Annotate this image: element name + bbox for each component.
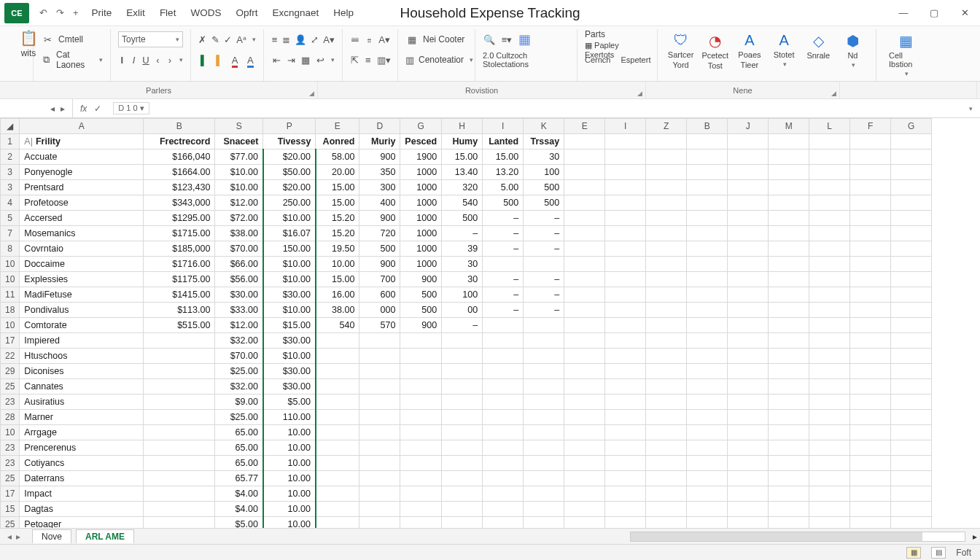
cell[interactable]: Htuschoos	[20, 349, 144, 364]
cell[interactable]	[400, 440, 442, 456]
row-header[interactable]: 23	[1, 456, 20, 471]
cell[interactable]	[769, 257, 809, 272]
tab-nav-next-icon[interactable]: ▸	[16, 532, 20, 542]
cell[interactable]: $16.07	[263, 226, 316, 241]
cell[interactable]	[316, 502, 359, 517]
cell[interactable]	[605, 149, 646, 165]
cell[interactable]	[891, 272, 932, 287]
cell[interactable]	[442, 425, 483, 440]
cell[interactable]	[687, 410, 728, 425]
cell[interactable]	[564, 410, 605, 425]
cell[interactable]: 65.00	[215, 425, 263, 440]
cell[interactable]	[524, 318, 564, 333]
cell[interactable]	[728, 502, 769, 517]
cell[interactable]: 000	[359, 303, 400, 318]
cell[interactable]	[605, 303, 646, 318]
cell[interactable]: 900	[400, 272, 442, 287]
table-icon[interactable]: ▦	[518, 33, 531, 46]
cell[interactable]: 15.00	[442, 149, 483, 165]
cell[interactable]	[144, 486, 215, 502]
cell[interactable]	[769, 195, 809, 211]
select-all-corner[interactable]: ◢	[1, 119, 20, 134]
cell[interactable]	[442, 517, 483, 529]
cell[interactable]: $1415.00	[144, 287, 215, 303]
cell[interactable]	[769, 211, 809, 226]
menu-item[interactable]: Exlit	[126, 7, 145, 18]
paste-b[interactable]: Espetert	[621, 55, 650, 64]
col-header[interactable]: J	[728, 119, 769, 134]
cell[interactable]: 150.00	[263, 241, 316, 257]
cell[interactable]	[850, 195, 891, 211]
tab-nav-prev-icon[interactable]: ◂	[7, 532, 12, 542]
cell[interactable]	[564, 149, 605, 165]
cell[interactable]	[891, 195, 932, 211]
cell[interactable]	[850, 257, 891, 272]
cell[interactable]	[687, 456, 728, 471]
cell[interactable]	[316, 394, 359, 410]
cell[interactable]	[564, 226, 605, 241]
cell[interactable]	[605, 471, 646, 486]
cell[interactable]: Arrgage	[20, 425, 144, 440]
cell[interactable]	[891, 471, 932, 486]
cell[interactable]: Ponyenogle	[20, 165, 144, 180]
cell[interactable]: 900	[359, 257, 400, 272]
cell[interactable]	[769, 517, 809, 529]
cell[interactable]	[564, 502, 605, 517]
cell[interactable]	[809, 226, 850, 241]
cell[interactable]	[646, 379, 687, 394]
cell[interactable]: Petoager	[20, 517, 144, 529]
cell[interactable]: Covrntaio	[20, 241, 144, 257]
indent-dec-icon[interactable]: ⇤	[271, 55, 281, 66]
redo-icon[interactable]: ↷	[56, 7, 64, 18]
cell[interactable]	[850, 349, 891, 364]
cell[interactable]: Mosemanics	[20, 226, 144, 241]
cell[interactable]	[687, 149, 728, 165]
fill2-icon[interactable]: ▌	[214, 55, 225, 66]
cell[interactable]	[605, 456, 646, 471]
cell[interactable]	[646, 241, 687, 257]
cell[interactable]	[400, 349, 442, 364]
cell[interactable]	[769, 486, 809, 502]
maximize-button[interactable]: ▢	[919, 0, 949, 26]
cell[interactable]	[728, 318, 769, 333]
cell[interactable]: Prencerenus	[20, 440, 144, 456]
cell[interactable]: –	[524, 226, 564, 241]
cell[interactable]	[809, 456, 850, 471]
cell[interactable]: $113.00	[144, 303, 215, 318]
cell[interactable]	[891, 440, 932, 456]
cell[interactable]: $32.00	[215, 333, 263, 349]
cell[interactable]	[524, 440, 564, 456]
col-header[interactable]: K	[524, 119, 564, 134]
cell[interactable]: 500	[400, 287, 442, 303]
cell[interactable]: $50.00	[263, 165, 316, 180]
cell[interactable]	[483, 410, 524, 425]
cell[interactable]	[359, 379, 400, 394]
cell[interactable]	[809, 502, 850, 517]
cell[interactable]	[769, 272, 809, 287]
cell[interactable]	[483, 502, 524, 517]
cell[interactable]	[442, 410, 483, 425]
cell[interactable]	[400, 379, 442, 394]
cell[interactable]: $9.00	[215, 394, 263, 410]
cell[interactable]	[605, 486, 646, 502]
cell[interactable]	[564, 165, 605, 180]
cell[interactable]: 350	[359, 165, 400, 180]
header-cell[interactable]	[728, 134, 769, 149]
cell[interactable]: 65.00	[215, 456, 263, 471]
copy-icon[interactable]: ⧉	[41, 53, 52, 66]
cell[interactable]	[891, 165, 932, 180]
cell[interactable]	[728, 195, 769, 211]
cell[interactable]	[442, 471, 483, 486]
cell[interactable]	[524, 257, 564, 272]
cell[interactable]	[483, 471, 524, 486]
big-btn-1[interactable]: ◔PcetectTost	[699, 32, 731, 70]
horizontal-scrollbar[interactable]	[630, 532, 965, 542]
cell[interactable]	[728, 257, 769, 272]
cell[interactable]	[564, 486, 605, 502]
cell[interactable]: Diconises	[20, 364, 144, 379]
cell[interactable]	[687, 440, 728, 456]
cell[interactable]: –	[483, 211, 524, 226]
cell[interactable]	[359, 410, 400, 425]
cell[interactable]: $25.00	[215, 364, 263, 379]
cell[interactable]: 500	[442, 211, 483, 226]
